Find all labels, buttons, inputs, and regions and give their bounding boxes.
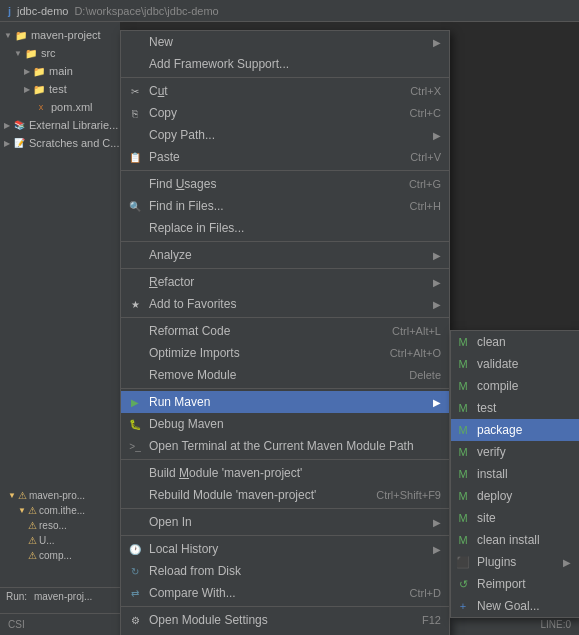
sidebar-item-src[interactable]: ▼ 📁 src xyxy=(0,44,120,62)
title-path: D:\workspace\jdbc\jdbc-demo xyxy=(74,5,218,17)
submenu-item-reimport[interactable]: ↺ Reimport xyxy=(451,573,579,595)
menu-label: Copy xyxy=(149,106,177,120)
menu-item-build-module[interactable]: Build Module 'maven-project' xyxy=(121,462,449,484)
sidebar-label: maven-project xyxy=(31,29,101,41)
separator xyxy=(121,170,449,171)
submenu-item-verify[interactable]: M verify xyxy=(451,441,579,463)
menu-item-refactor[interactable]: Refactor ▶ xyxy=(121,271,449,293)
submenu-item-deploy[interactable]: M deploy xyxy=(451,485,579,507)
submenu-item-package[interactable]: M package xyxy=(451,419,579,441)
menu-label: Analyze xyxy=(149,248,192,262)
submenu-label: Reimport xyxy=(477,577,526,591)
menu-item-copy[interactable]: ⎘ Copy Ctrl+C xyxy=(121,102,449,124)
menu-item-find-usages[interactable]: Find Usages Ctrl+G xyxy=(121,173,449,195)
menu-item-paste[interactable]: 📋 Paste Ctrl+V xyxy=(121,146,449,168)
menu-item-open-module-settings[interactable]: ⚙ Open Module Settings F12 xyxy=(121,609,449,631)
maven-icon: M xyxy=(455,422,471,438)
menu-item-reformat[interactable]: Reformat Code Ctrl+Alt+L xyxy=(121,320,449,342)
cut-icon: ✂ xyxy=(127,83,143,99)
menu-item-optimize[interactable]: Optimize Imports Ctrl+Alt+O xyxy=(121,342,449,364)
library-icon: 📚 xyxy=(12,118,26,132)
new-icon xyxy=(127,34,143,50)
menu-item-open-terminal[interactable]: >_ Open Terminal at the Current Maven Mo… xyxy=(121,435,449,457)
sidebar-item-us[interactable]: ⚠ U... xyxy=(4,533,116,548)
warning-icon: ⚠ xyxy=(28,550,37,561)
submenu-item-new-goal[interactable]: + New Goal... xyxy=(451,595,579,617)
maven-icon: M xyxy=(455,400,471,416)
context-menu: New ▶ Add Framework Support... ✂ Cut Ctr… xyxy=(120,30,450,635)
menu-label: Paste xyxy=(149,150,180,164)
submenu-item-test[interactable]: M test xyxy=(451,397,579,419)
menu-label: Local History xyxy=(149,542,218,556)
sidebar-item-scratches[interactable]: ▶ 📝 Scratches and C... xyxy=(0,134,120,152)
paste-icon: 📋 xyxy=(127,149,143,165)
refactor-icon xyxy=(127,274,143,290)
submenu-item-plugins[interactable]: ⬛ Plugins ▶ xyxy=(451,551,579,573)
menu-label: Reload from Disk xyxy=(149,564,241,578)
chevron-down-icon: ▼ xyxy=(8,491,16,500)
find-icon: 🔍 xyxy=(127,198,143,214)
separator xyxy=(121,77,449,78)
sidebar-item-test[interactable]: ▶ 📁 test xyxy=(0,80,120,98)
menu-item-rebuild-module[interactable]: Rebuild Module 'maven-project' Ctrl+Shif… xyxy=(121,484,449,506)
submenu-item-clean[interactable]: M clean xyxy=(451,331,579,353)
sidebar-item-comp[interactable]: ⚠ comp... xyxy=(4,548,116,563)
menu-item-load-unload[interactable]: Load/Unload Modules... xyxy=(121,631,449,635)
menu-item-add-framework[interactable]: Add Framework Support... xyxy=(121,53,449,75)
menu-item-copy-path[interactable]: Copy Path... ▶ xyxy=(121,124,449,146)
menu-item-cut[interactable]: ✂ Cut Ctrl+X xyxy=(121,80,449,102)
menu-item-open-in[interactable]: Open In ▶ xyxy=(121,511,449,533)
menu-label: Reformat Code xyxy=(149,324,230,338)
shortcut: Ctrl+V xyxy=(390,151,441,163)
menu-label: Open Module Settings xyxy=(149,613,268,627)
sidebar-item-maven-proj[interactable]: ▼ ⚠ maven-pro... xyxy=(4,488,116,503)
chevron-down-icon: ▼ xyxy=(14,49,22,58)
menu-item-new[interactable]: New ▶ xyxy=(121,31,449,53)
sidebar-item-main[interactable]: ▶ 📁 main xyxy=(0,62,120,80)
sidebar-item-maven-project[interactable]: ▼ 📁 maven-project xyxy=(0,26,120,44)
shortcut: Ctrl+Alt+O xyxy=(370,347,441,359)
line-info: LINE:0 xyxy=(540,619,571,630)
sidebar-item-ext-libs[interactable]: ▶ 📚 External Librarie... xyxy=(0,116,120,134)
shortcut: Ctrl+H xyxy=(390,200,441,212)
menu-label: Rebuild Module 'maven-project' xyxy=(149,488,316,502)
sidebar-item-com-ithe[interactable]: ▼ ⚠ com.ithe... xyxy=(4,503,116,518)
arrow-icon: ▶ xyxy=(433,130,441,141)
menu-item-compare-with[interactable]: ⇄ Compare With... Ctrl+D xyxy=(121,582,449,604)
sidebar-label: External Librarie... xyxy=(29,119,118,131)
maven-icon: M xyxy=(455,378,471,394)
menu-item-find-files[interactable]: 🔍 Find in Files... Ctrl+H xyxy=(121,195,449,217)
sidebar-item-pom[interactable]: x pom.xml xyxy=(0,98,120,116)
menu-item-remove-module[interactable]: Remove Module Delete xyxy=(121,364,449,386)
sidebar-bottom-section: ▼ ⚠ maven-pro... ▼ ⚠ com.ithe... ⚠ reso.… xyxy=(0,486,120,565)
menu-item-analyze[interactable]: Analyze ▶ xyxy=(121,244,449,266)
submenu-label: deploy xyxy=(477,489,512,503)
arrow-icon: ▶ xyxy=(433,517,441,528)
shortcut: Ctrl+G xyxy=(389,178,441,190)
add-framework-icon xyxy=(127,56,143,72)
maven-icon: M xyxy=(455,444,471,460)
submenu-item-clean-install[interactable]: M clean install xyxy=(451,529,579,551)
menu-item-replace-files[interactable]: Replace in Files... xyxy=(121,217,449,239)
submenu-label: install xyxy=(477,467,508,481)
submenu-item-site[interactable]: M site xyxy=(451,507,579,529)
menu-label: Debug Maven xyxy=(149,417,224,431)
warning-icon: ⚠ xyxy=(28,535,37,546)
menu-item-reload-disk[interactable]: ↻ Reload from Disk xyxy=(121,560,449,582)
submenu-item-install[interactable]: M install xyxy=(451,463,579,485)
arrow-icon: ▶ xyxy=(433,299,441,310)
folder-icon: 📁 xyxy=(24,46,38,60)
terminal-icon: >_ xyxy=(127,438,143,454)
sidebar-label: reso... xyxy=(39,520,67,531)
separator xyxy=(121,241,449,242)
menu-item-run-maven[interactable]: ▶ Run Maven ▶ xyxy=(121,391,449,413)
menu-item-add-favorites[interactable]: ★ Add to Favorites ▶ xyxy=(121,293,449,315)
submenu-item-validate[interactable]: M validate xyxy=(451,353,579,375)
submenu-item-compile[interactable]: M compile xyxy=(451,375,579,397)
menu-item-debug-maven[interactable]: 🐛 Debug Maven xyxy=(121,413,449,435)
menu-item-local-history[interactable]: 🕐 Local History ▶ xyxy=(121,538,449,560)
replace-icon xyxy=(127,220,143,236)
sidebar-item-reso[interactable]: ⚠ reso... xyxy=(4,518,116,533)
remove-icon xyxy=(127,367,143,383)
title-icon: j xyxy=(8,5,11,17)
